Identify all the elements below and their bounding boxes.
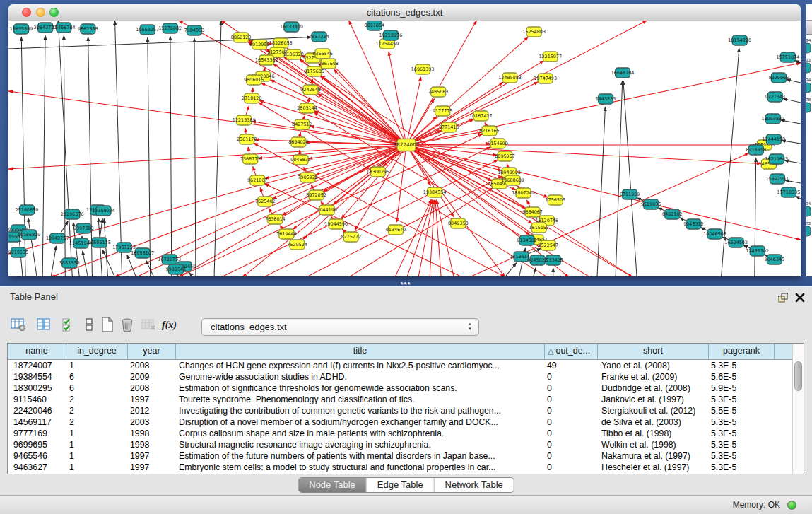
graph-node[interactable]: 8912955 xyxy=(249,40,270,49)
zoom-window-icon[interactable] xyxy=(49,8,59,17)
table-row[interactable]: 1938455462009Genome-wide association stu… xyxy=(8,371,794,382)
graph-node[interactable]: 1756505 xyxy=(545,195,565,205)
citation-edge-red[interactable] xyxy=(261,83,406,145)
citation-edge-red[interactable] xyxy=(406,145,761,163)
table-row[interactable]: 946362711997Embryonic stem cells: a mode… xyxy=(8,462,794,473)
graph-node[interactable]: 12215977 xyxy=(539,52,562,62)
column-header-short[interactable]: short xyxy=(598,344,709,359)
graph-node[interactable]: 7529524 xyxy=(287,240,307,250)
citation-edge-black[interactable] xyxy=(189,273,193,276)
graph-node[interactable]: 9906543 xyxy=(166,264,187,274)
graph-node[interactable]: 15692951 xyxy=(766,174,789,184)
graph-node[interactable]: 8186328 xyxy=(283,49,304,59)
graph-node[interactable]: 9175685 xyxy=(304,66,324,76)
graph-node[interactable]: 9177775 xyxy=(433,106,453,116)
citation-edge-red[interactable] xyxy=(259,100,406,145)
tab-network-table[interactable]: Network Table xyxy=(435,478,514,492)
citation-edge-black[interactable] xyxy=(755,158,756,276)
graph-node[interactable]: 10553257 xyxy=(136,25,159,35)
graph-node[interactable]: 8427512 xyxy=(292,119,312,129)
graph-node[interactable]: 5051350 xyxy=(59,258,80,268)
graph-node[interactable]: 7619444 xyxy=(276,229,297,239)
graph-node[interactable]: 13942757 xyxy=(46,233,69,243)
graph-node[interactable]: 10154898 xyxy=(728,35,751,45)
graph-node[interactable]: 2718120 xyxy=(242,93,262,103)
table-row[interactable]: 1872400712008Changes of HCN gene express… xyxy=(8,360,794,371)
column-header-title[interactable]: title xyxy=(176,344,545,359)
graph-node[interactable]: 9134502 xyxy=(517,235,537,245)
graph-node[interactable]: 18226058 xyxy=(269,38,293,48)
graph-node[interactable]: 8049358 xyxy=(448,218,469,228)
citation-edge-red[interactable] xyxy=(396,145,406,222)
graph-node[interactable]: 12485083 xyxy=(498,73,522,83)
citation-edge-red[interactable] xyxy=(430,200,434,276)
close-window-icon[interactable] xyxy=(22,8,31,17)
delete-table-disabled-button[interactable] xyxy=(139,316,158,336)
table-settings-button[interactable] xyxy=(8,316,28,336)
graph-node[interactable]: 2522547 xyxy=(538,240,558,250)
graph-node[interactable]: 9862358 xyxy=(78,24,98,34)
graph-node[interactable]: 8216165 xyxy=(479,126,500,136)
citation-edge-red[interactable] xyxy=(8,91,406,145)
new-document-button[interactable] xyxy=(98,316,117,336)
graph-node[interactable]: 2561178 xyxy=(237,134,257,144)
column-header-out_de[interactable]: △out_de... xyxy=(545,344,598,359)
citation-edge-red[interactable] xyxy=(407,199,433,276)
graph-node[interactable]: 15254803 xyxy=(522,27,546,37)
citation-edge-black[interactable] xyxy=(102,250,115,276)
citation-edge-red[interactable] xyxy=(8,145,406,169)
graph-node[interactable]: 16033809 xyxy=(280,22,303,32)
table-selector-combobox[interactable]: citations_edges.txt ▲▼ xyxy=(201,318,479,336)
graph-node[interactable]: 9621007 xyxy=(247,175,268,185)
graph-node[interactable]: 7368173 xyxy=(240,154,261,164)
row-height-button[interactable] xyxy=(79,316,99,336)
graph-node[interactable]: 9397588 xyxy=(73,223,94,233)
graph-node[interactable]: 15456784 xyxy=(52,23,76,33)
citation-edge-red[interactable] xyxy=(320,76,406,145)
citation-edge-black[interactable] xyxy=(42,35,45,276)
citation-edge-black[interactable] xyxy=(623,81,637,276)
citation-edge-black[interactable] xyxy=(783,98,801,103)
table-row[interactable]: 2242004622012Investigating the contribut… xyxy=(8,405,794,416)
graph-node[interactable]: 7485083 xyxy=(428,87,449,97)
graph-node[interactable]: 25160850 xyxy=(16,205,39,215)
graph-node[interactable]: 9684067 xyxy=(522,207,543,217)
citation-edge-red[interactable] xyxy=(252,122,406,145)
citation-edge-black[interactable] xyxy=(115,21,122,276)
graph-hub-node[interactable]: 18724007 xyxy=(394,139,420,151)
citation-edge-black[interactable] xyxy=(28,218,37,276)
graph-node[interactable]: 7905922 xyxy=(298,173,318,182)
graph-node[interactable]: 2803144 xyxy=(297,103,317,113)
graph-node[interactable]: 8860123 xyxy=(231,33,252,42)
citation-edge-red[interactable] xyxy=(355,145,406,230)
graph-node[interactable]: 7857224 xyxy=(309,32,329,42)
table-row[interactable]: 911546021997Tourette syndrome. Phenomeno… xyxy=(8,394,794,405)
citation-edge-red[interactable] xyxy=(283,57,406,145)
graph-node[interactable]: 9046345 xyxy=(765,255,785,264)
graph-node[interactable]: 2867608 xyxy=(318,59,339,69)
citation-edge-black[interactable] xyxy=(21,37,25,276)
graph-node[interactable]: 7984563 xyxy=(184,25,205,35)
graph-node[interactable]: 9154690 xyxy=(488,139,508,148)
citation-edge-black[interactable] xyxy=(796,196,801,199)
graph-node[interactable]: 9045312 xyxy=(683,219,704,229)
graph-node[interactable]: 8095957 xyxy=(495,151,515,161)
tab-edge-table[interactable]: Edge Table xyxy=(367,478,435,492)
graph-node[interactable]: 8462102 xyxy=(662,209,683,219)
column-header-pagerank[interactable]: pagerank xyxy=(709,344,775,359)
citation-edge-red[interactable] xyxy=(273,64,406,145)
table-scrollbar[interactable] xyxy=(792,344,804,474)
graph-node[interactable]: 8694026 xyxy=(288,137,309,147)
graph-node[interactable]: 12213389 xyxy=(233,115,256,125)
graph-node[interactable]: 1443533 xyxy=(596,94,616,104)
table-row[interactable]: 1456911722003Disruption of a novel membe… xyxy=(8,416,794,428)
graph-node[interactable]: 7625402 xyxy=(255,197,276,206)
citation-edge-black[interactable] xyxy=(616,81,623,276)
table-row[interactable]: 969969511998Structural magnetic resonanc… xyxy=(8,439,794,450)
graph-node[interactable]: 9329966 xyxy=(769,73,789,83)
graph-node[interactable]: 8215958 xyxy=(746,145,766,155)
graph-node[interactable]: 9227343 xyxy=(765,92,786,102)
graph-node[interactable]: 8275272 xyxy=(341,232,361,242)
table-row[interactable]: 946554611997Estimation of the future num… xyxy=(8,450,794,462)
graph-node[interactable]: 9044190 xyxy=(317,205,337,215)
